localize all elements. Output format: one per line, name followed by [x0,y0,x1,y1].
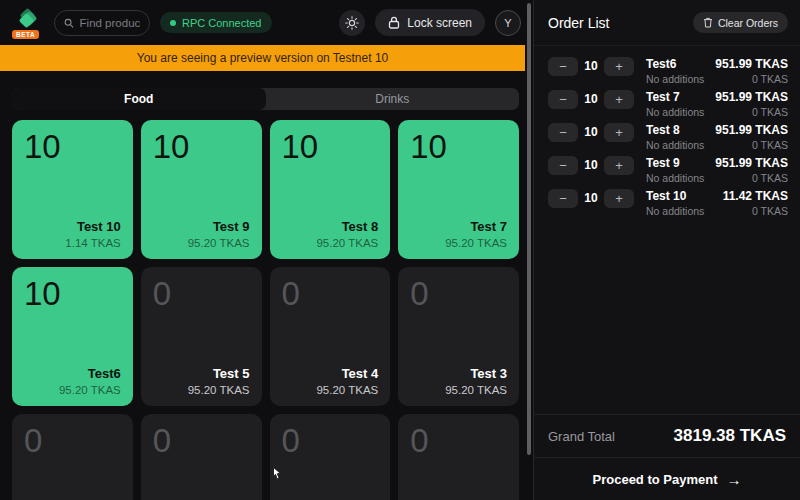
increase-quantity-button[interactable]: + [604,90,634,109]
order-item-quantity: 10 [578,90,604,109]
order-item-prices: 951.99 TKAS 0 TKAS [715,57,788,85]
lock-screen-label: Lock screen [407,16,472,30]
product-card[interactable]: 0 [270,414,391,500]
order-item-quantity: 10 [578,123,604,142]
product-card[interactable]: 0 Test 3 95.20 TKAS [398,267,519,406]
order-item-price: 951.99 TKAS [715,57,788,71]
order-item-quantity: 10 [578,189,604,208]
order-item-secondary-price: 0 TKAS [715,139,788,151]
product-card[interactable]: 10 Test 8 95.20 TKAS [270,120,391,259]
product-card[interactable]: 10 Test 9 95.20 TKAS [141,120,262,259]
arrow-right-icon: → [727,471,742,488]
proceed-label: Proceed to Payment [593,472,718,487]
increase-quantity-button[interactable]: + [604,57,634,76]
category-tabs: Food Drinks [12,88,519,110]
order-item-info: Test 8 No additions [646,123,704,151]
order-item-info: Test6 No additions [646,57,704,85]
order-item-name: Test 8 [646,123,704,137]
order-header: Order List Clear Orders [534,0,800,46]
order-item-row: − 10 + Test 8 No additions 951.99 TKAS 0… [534,119,800,152]
product-stock-count: 0 [153,275,250,313]
increase-quantity-button[interactable]: + [604,156,634,175]
product-stock-count: 10 [153,128,250,166]
product-meta: Test 3 95.20 TKAS [410,366,507,396]
product-stock-count: 0 [24,422,121,460]
rpc-status-label: RPC Connected [182,17,262,29]
order-item-note: No additions [646,139,704,151]
order-item-row: − 10 + Test 9 No additions 951.99 TKAS 0… [534,152,800,185]
product-card[interactable]: 10 Test6 95.20 TKAS [12,267,133,406]
order-item-name: Test 9 [646,156,704,170]
proceed-to-payment-button[interactable]: Proceed to Payment → [534,457,800,500]
product-name: Test6 [24,366,121,381]
increase-quantity-button[interactable]: + [604,123,634,142]
product-name: Test 4 [282,366,379,381]
decrease-quantity-button[interactable]: − [548,90,578,109]
search-input[interactable] [80,17,140,29]
clear-orders-button[interactable]: Clear Orders [693,12,788,33]
product-name: Test 10 [24,219,121,234]
product-card[interactable]: 0 [398,414,519,500]
theme-toggle-button[interactable] [339,10,365,36]
decrease-quantity-button[interactable]: − [548,156,578,175]
order-item-price: 951.99 TKAS [715,123,788,137]
decrease-quantity-button[interactable]: − [548,189,578,208]
order-item-prices: 951.99 TKAS 0 TKAS [715,90,788,118]
order-item-name: Test 7 [646,90,704,104]
decrease-quantity-button[interactable]: − [548,123,578,142]
product-price: 95.20 TKAS [282,237,379,249]
product-price: 1.14 TKAS [24,237,121,249]
order-item-note: No additions [646,73,704,85]
testnet-banner-text: You are seeing a preview version on Test… [137,51,389,65]
product-card[interactable]: 10 Test 7 95.20 TKAS [398,120,519,259]
product-name: Test 5 [153,366,250,381]
product-meta: Test 7 95.20 TKAS [410,219,507,249]
product-price: 95.20 TKAS [410,384,507,396]
product-price: 95.20 TKAS [282,384,379,396]
tab-food[interactable]: Food [12,88,266,110]
product-card[interactable]: 10 Test 10 1.14 TKAS [12,120,133,259]
product-meta: Test 4 95.20 TKAS [282,366,379,396]
order-item-info: Test 10 No additions [646,189,704,217]
clear-orders-label: Clear Orders [718,17,778,29]
product-stock-count: 0 [410,275,507,313]
product-card[interactable]: 0 [12,414,133,500]
order-item-info: Test 7 No additions [646,90,704,118]
product-stock-count: 10 [410,128,507,166]
product-card[interactable]: 0 Test 4 95.20 TKAS [270,267,391,406]
topbar: BETA RPC Connected [0,0,533,45]
product-name: Test 7 [410,219,507,234]
beta-badge: BETA [12,30,39,39]
product-grid: 10 Test 10 1.14 TKAS 10 Test 9 95.20 TKA… [12,120,519,500]
product-name: Test 9 [153,219,250,234]
grand-total-row: Grand Total 3819.38 TKAS [534,414,800,457]
product-price: 95.20 TKAS [153,237,250,249]
order-item-secondary-price: 0 TKAS [723,205,788,217]
product-meta: Test 10 1.14 TKAS [24,219,121,249]
order-item-price: 11.42 TKAS [723,189,788,203]
product-stock-count: 10 [24,275,121,313]
product-stock-count: 10 [24,128,121,166]
tab-drinks[interactable]: Drinks [266,88,520,110]
product-meta: Test 9 95.20 TKAS [153,219,250,249]
product-card[interactable]: 0 [141,414,262,500]
product-stock-count: 0 [282,275,379,313]
catalog-scrollbar[interactable] [527,3,531,455]
order-item-info: Test 9 No additions [646,156,704,184]
lock-screen-button[interactable]: Lock screen [375,9,485,36]
order-item-note: No additions [646,205,704,217]
increase-quantity-button[interactable]: + [604,189,634,208]
order-item-row: − 10 + Test 7 No additions 951.99 TKAS 0… [534,86,800,119]
product-meta: Test 5 95.20 TKAS [153,366,250,396]
search-box[interactable] [54,10,150,36]
product-card[interactable]: 0 Test 5 95.20 TKAS [141,267,262,406]
order-item-secondary-price: 0 TKAS [715,106,788,118]
testnet-banner: You are seeing a preview version on Test… [0,45,525,71]
order-item-secondary-price: 0 TKAS [715,73,788,85]
order-item-price: 951.99 TKAS [715,156,788,170]
product-name: Test 3 [410,366,507,381]
order-item-prices: 951.99 TKAS 0 TKAS [715,123,788,151]
product-name: Test 8 [282,219,379,234]
user-avatar[interactable]: Y [495,10,521,36]
decrease-quantity-button[interactable]: − [548,57,578,76]
